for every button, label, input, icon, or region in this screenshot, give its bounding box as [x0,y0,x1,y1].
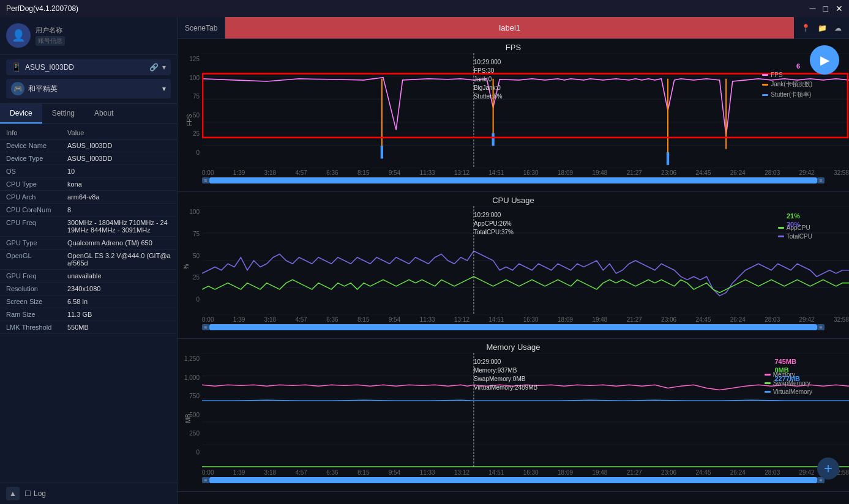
cpu-scrollbar[interactable]: ≡ ≡ [202,324,825,330]
cpu-values-right: 21% 30% [787,212,800,228]
fps-y-label: FPS [186,114,193,126]
info-row: CPU Archarm64-v8a [0,191,177,204]
device-label: ASUS_I003DD [25,63,146,72]
sidebar: 👤 用户名称 账号信息 📱 ASUS_I003DD 🔗 ▾ 🎮 和平精英 ▾ [0,17,178,504]
cloud-icon[interactable]: ☁ [834,24,842,32]
info-col-header: Info [6,129,67,136]
android-icon: 📱 [11,62,21,72]
location-icon[interactable]: 📍 [801,24,810,32]
chevron-down-icon[interactable]: ▾ [162,63,166,72]
tab-about[interactable]: About [84,104,123,124]
info-key: CPU Type [6,180,67,188]
info-row: CPU Typekona [0,178,177,191]
info-key: Device Name [6,142,67,149]
game-selector[interactable]: 🎮 和平精英 ▾ [6,79,171,98]
device-selector[interactable]: 📱 ASUS_I003DD 🔗 ▾ [6,59,171,75]
fps-svg [202,53,849,168]
info-key: Resolution [6,285,67,292]
info-row: OS10 [0,165,177,178]
memory-chart-area: 1,250 1,000 750 500 250 0 [178,353,849,468]
info-value: 8 [67,206,171,213]
user-sub: 账号信息 [36,36,65,46]
close-button[interactable]: ✕ [836,4,843,13]
memory-scrollbar-thumb[interactable] [209,477,817,483]
info-row: GPU Frequnavailable [0,270,177,283]
cpu-x-axis: 0:001:393:184:576:368:159:5411:3313:1214… [178,315,849,324]
info-table-header: Info Value [0,127,177,139]
info-row: LMK Threshold550MB [0,321,177,334]
cpu-chart-panel: CPU Usage 100 75 50 25 0 [178,192,849,339]
user-info: 用户名称 账号信息 [36,26,171,46]
tab-device[interactable]: Device [0,104,42,124]
tab-setting[interactable]: Setting [42,104,84,124]
info-key: GPU Freq [6,272,67,280]
memory-scrollbar[interactable]: ≡ ≡ [202,477,825,483]
app-title: PerfDog(v4.1.200708) [6,4,78,13]
topbar: SceneTab label1 📍 📁 ☁ [178,17,849,39]
info-value: unavailable [67,272,171,280]
window-controls: ─ □ ✕ [810,4,843,13]
fps-scrollbar-thumb[interactable] [209,177,817,183]
content-area: SceneTab label1 📍 📁 ☁ ▶ + FPS 125 100 7 [178,17,849,504]
fps-svg-container: 10:29:000 FPS:30 Jank:0 BigJank:0 Stutte… [202,53,849,168]
cpu-scrollbar-thumb[interactable] [209,324,817,330]
expand-button[interactable]: ▲ [6,487,20,500]
fps-chart-panel: FPS 125 100 75 50 25 0 [178,39,849,192]
fps-scrollbar[interactable]: ≡ ≡ [202,177,825,183]
fps-scrollbar-right[interactable]: ≡ [817,177,825,183]
info-row: OpenGLOpenGL ES 3.2 V@444.0 (GIT@aaf565d [0,250,177,270]
info-value: 10 [67,168,171,175]
game-icon: 🎮 [11,82,24,95]
svg-rect-12 [667,152,669,165]
info-value: ASUS_I003DD [67,155,171,162]
cpu-y-axis: 100 75 50 25 0 [178,206,202,315]
fps-chart-area: 125 100 75 50 25 0 [178,53,849,168]
info-value: 11.3 GB [67,311,171,318]
sidebar-tabs: Device Setting About [0,104,177,124]
fps-scrollbar-left[interactable]: ≡ [202,177,209,183]
info-value: 300MHz - 1804MHz 710MHz - 2419MHz 844MHz… [67,219,171,234]
game-chevron-icon: ▾ [162,84,166,93]
memory-chart-panel: Memory Usage 1,250 1,000 750 500 250 0 [178,339,849,492]
info-row: Device NameASUS_I003DD [0,139,177,152]
cpu-scrollbar-right[interactable]: ≡ [817,324,825,330]
titlebar: PerfDog(v4.1.200708) ─ □ ✕ [0,0,849,17]
cpu-scrollbar-left[interactable]: ≡ [202,324,209,330]
info-value: 6.58 in [67,298,171,305]
minimize-button[interactable]: ─ [810,4,816,13]
fps-chart-title: FPS [178,39,849,53]
info-row: Device TypeASUS_I003DD [0,152,177,165]
info-value: 2340x1080 [67,285,171,292]
main-layout: 👤 用户名称 账号信息 📱 ASUS_I003DD 🔗 ▾ 🎮 和平精英 ▾ [0,17,849,504]
play-button[interactable]: ▶ [810,45,839,75]
fps-legend: FPS Jank(卡顿次数) Stutter(卡顿率) [762,72,812,99]
info-row: CPU Freq300MHz - 1804MHz 710MHz - 2419MH… [0,217,177,237]
scene-tab-content: label1 [225,17,794,39]
info-key: Device Type [6,155,67,162]
device-section: 📱 ASUS_I003DD 🔗 ▾ 🎮 和平精英 ▾ [0,54,177,104]
cpu-chart-area: 100 75 50 25 0 [178,206,849,315]
memory-y-axis: 1,250 1,000 750 500 250 0 [178,353,202,468]
game-label: 和平精英 [28,84,159,94]
svg-rect-10 [381,146,383,158]
memory-y-label: MB [185,414,192,423]
fps-x-axis: 0:001:393:184:576:368:159:5411:3313:1214… [178,168,849,177]
info-value: ASUS_I003DD [67,142,171,149]
add-button[interactable]: + [817,458,839,480]
info-key: LMK Threshold [6,324,67,331]
value-col-header: Value [67,129,84,136]
cpu-svg [202,206,849,315]
log-checkbox[interactable]: ☐ Log [24,489,46,498]
info-table: Info Value Device NameASUS_I003DDDevice … [0,124,177,483]
memory-chart-title: Memory Usage [178,339,849,353]
info-value: arm64-v8a [67,193,171,201]
memory-scrollbar-left[interactable]: ≡ [202,477,209,483]
info-key: CPU Freq [6,219,67,234]
device-actions: 🔗 ▾ [149,63,166,72]
memory-svg [202,353,849,468]
info-key: OS [6,168,67,175]
user-section: 👤 用户名称 账号信息 [0,17,177,54]
maximize-button[interactable]: □ [823,4,828,13]
folder-icon[interactable]: 📁 [818,24,827,32]
log-label: Log [34,489,46,498]
